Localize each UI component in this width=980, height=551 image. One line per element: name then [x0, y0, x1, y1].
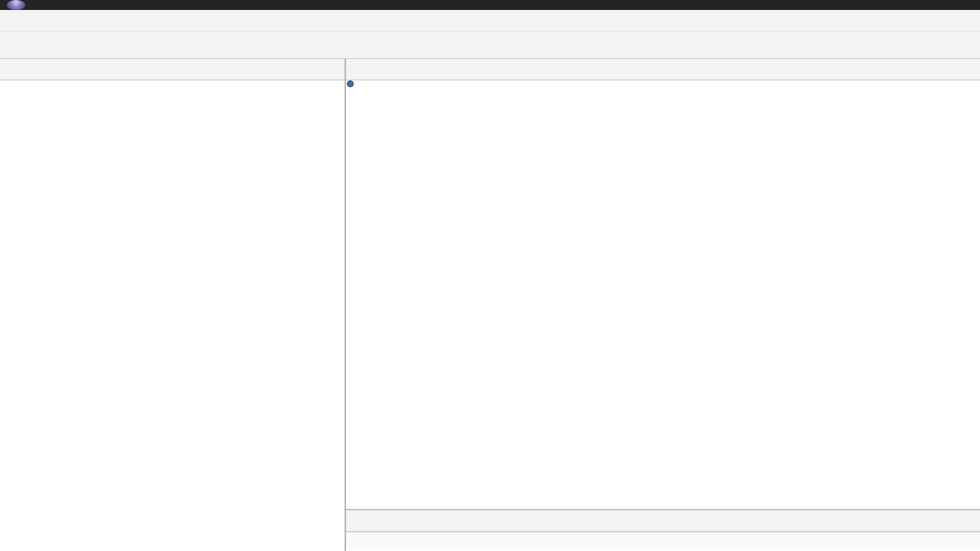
- menubar: [0, 10, 980, 31]
- breakpoint-icon[interactable]: [347, 80, 354, 87]
- code-editor[interactable]: [346, 80, 980, 509]
- main-toolbar: [0, 31, 980, 59]
- titlebar: [0, 0, 980, 10]
- console-view: [346, 509, 980, 551]
- debug-view-panel: [0, 59, 346, 551]
- editor-tabbar: [346, 59, 980, 80]
- eclipse-logo-icon: [7, 0, 25, 10]
- workbench: [0, 59, 980, 551]
- console-status: [346, 532, 980, 550]
- console-tabbar: [346, 510, 980, 532]
- debug-launch-tree: [0, 80, 345, 86]
- editor-area: [346, 59, 980, 551]
- debug-view-tabbar: [0, 59, 345, 80]
